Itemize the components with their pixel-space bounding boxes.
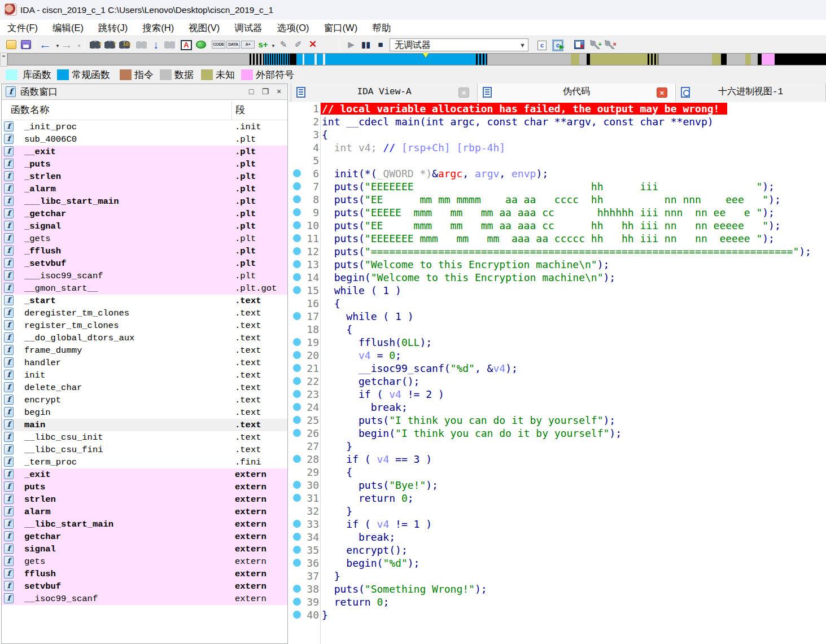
function-row-sub_4006C0[interactable]: fsub_4006C0.plt (2, 133, 287, 146)
function-segment[interactable]: .text (235, 394, 261, 406)
function-row-fflush[interactable]: ffflushextern (2, 568, 287, 580)
function-row-handler[interactable]: fhandler.text (2, 357, 287, 369)
code-line-1[interactable]: 1// local variable allocation has failed… (289, 102, 826, 115)
function-row-__exit[interactable]: f__exit.plt (2, 146, 287, 158)
jump-down-icon[interactable]: ↓ (149, 38, 163, 51)
navband-segment-22[interactable] (745, 54, 751, 65)
functions-column-headers[interactable]: 函数名称 段 (2, 100, 287, 120)
function-row-__libc_csu_fini[interactable]: f__libc_csu_fini.text (2, 444, 287, 456)
code-line-35[interactable]: 35 encrypt(); (289, 544, 826, 557)
navband-segment-3[interactable] (290, 54, 296, 65)
function-row-setvbuf[interactable]: fsetvbufextern (2, 580, 287, 593)
function-name[interactable]: delete_char (24, 382, 82, 394)
function-segment[interactable]: extern (235, 555, 266, 568)
code-line-25[interactable]: 25 puts("I think you can do it by yourse… (289, 414, 826, 427)
function-segment[interactable]: .plt.got (235, 282, 277, 295)
navigation-band[interactable]: ◂▸ (0, 52, 826, 67)
code-line-21[interactable]: 21 __isoc99_scanf("%d", &v4); (289, 362, 826, 375)
function-segment[interactable]: .text (235, 344, 261, 357)
function-name[interactable]: getchar (24, 531, 61, 543)
function-segment[interactable]: .plt (235, 208, 256, 220)
code-line-32[interactable]: 32 } (289, 505, 826, 518)
navband-strip[interactable] (7, 53, 826, 65)
function-row-deregister_tm_clones[interactable]: fderegister_tm_clones.text (2, 307, 287, 319)
function-row-__libc_start_main[interactable]: f__libc_start_mainextern (2, 518, 287, 531)
function-segment[interactable]: .text (235, 419, 261, 431)
navband-segment-11[interactable] (476, 54, 487, 65)
function-segment[interactable]: .text (235, 431, 261, 444)
navband-segment-17[interactable] (648, 54, 658, 65)
delete-function-icon[interactable]: ✕ (306, 38, 320, 51)
code-line-26[interactable]: 26 begin("I think you can do it by yours… (289, 427, 826, 440)
code-line-11[interactable]: 11 puts("EEEEEEE mmm mm mm aaa aa ccccc … (289, 232, 826, 245)
menu-item-1[interactable]: 编辑(E) (45, 20, 91, 36)
colors-icon[interactable] (194, 38, 208, 51)
function-row-frame_dummy[interactable]: fframe_dummy.text (2, 344, 287, 357)
navband-segment-6[interactable] (304, 54, 314, 65)
function-row-init[interactable]: finit.text (2, 369, 287, 382)
function-name[interactable]: ___isoc99_scanf (24, 270, 103, 282)
function-segment[interactable]: extern (235, 468, 266, 481)
edit-anchor-icon[interactable]: ✎ (277, 38, 290, 51)
function-name[interactable]: _puts (24, 158, 51, 170)
function-name[interactable]: register_tm_clones (24, 319, 119, 332)
navigate-back-icon[interactable]: ← (38, 38, 52, 51)
function-row-encrypt[interactable]: fencrypt.text (2, 394, 287, 406)
tab-pseudocode[interactable]: 伪代码× (478, 84, 676, 102)
code-line-36[interactable]: 36 begin("%d"); (289, 557, 826, 569)
function-name[interactable]: frame_dummy (24, 344, 82, 357)
tab-close-icon[interactable]: × (458, 87, 469, 98)
navband-segment-20[interactable] (721, 54, 727, 65)
function-name[interactable]: encrypt (24, 394, 61, 406)
function-row-gets[interactable]: fgetsextern (2, 555, 287, 568)
navband-segment-16[interactable] (590, 54, 648, 65)
function-row-__isoc99_scanf[interactable]: f__isoc99_scanfextern (2, 593, 287, 605)
function-name[interactable]: __isoc99_scanf (24, 593, 98, 605)
navigate-forward-icon[interactable]: → (60, 38, 73, 51)
function-name[interactable]: alarm (24, 506, 51, 518)
code-line-7[interactable]: 7 puts("EEEEEEE hh iii "); (289, 180, 826, 193)
code-line-15[interactable]: 15 while ( 1 ) (289, 284, 826, 297)
panel-restore-button[interactable]: ❐ (259, 84, 272, 99)
code-line-31[interactable]: 31 return 0; (289, 492, 826, 505)
remove-key-icon[interactable]: × (603, 38, 617, 51)
menu-item-4[interactable]: 视图(V) (181, 20, 227, 36)
tab-label[interactable]: IDA View-A (291, 84, 477, 101)
function-segment[interactable]: extern (235, 518, 266, 531)
code-line-8[interactable]: 8 puts("EE mm mm mmmm aa aa cccc hh nn n… (289, 193, 826, 206)
function-segment[interactable]: .init (235, 121, 261, 133)
function-row-___libc_start_main[interactable]: f___libc_start_main.plt (2, 195, 287, 208)
search-address-icon[interactable]: # (88, 38, 102, 51)
function-segment[interactable]: .plt (235, 245, 256, 257)
search-immediate-icon[interactable]: 101 (117, 38, 131, 51)
function-name[interactable]: __do_global_dtors_aux (24, 332, 134, 344)
navband-segment-12[interactable] (487, 54, 571, 65)
function-segment[interactable]: .plt (235, 183, 256, 195)
navband-segment-18[interactable] (658, 54, 712, 65)
column-separator[interactable] (231, 101, 232, 119)
function-name[interactable]: deregister_tm_clones (24, 307, 129, 319)
produce-c-icon[interactable]: c (535, 38, 549, 51)
function-name[interactable]: _init_proc (24, 121, 77, 133)
function-row-main[interactable]: fmain.text (2, 419, 287, 431)
function-name[interactable]: fflush (24, 568, 56, 580)
function-name[interactable]: sub_4006C0 (24, 133, 77, 146)
code-line-12[interactable]: 12 puts("===============================… (289, 245, 826, 258)
function-segment[interactable]: .plt (235, 146, 256, 158)
function-row-__gmon_start__[interactable]: f__gmon_start__.plt.got (2, 282, 287, 295)
function-name[interactable]: __libc_csu_init (24, 431, 103, 444)
code-line-10[interactable]: 10 puts("EE mmm mm mm aa aaa cc hh hh ii… (289, 219, 826, 232)
code-line-38[interactable]: 38 puts("Something Wrong!"); (289, 582, 826, 595)
function-row-strlen[interactable]: fstrlenextern (2, 493, 287, 506)
function-row-_gets[interactable]: f_gets.plt (2, 233, 287, 245)
code-line-34[interactable]: 34 break; (289, 531, 826, 544)
function-segment[interactable]: extern (235, 568, 266, 580)
function-segment[interactable]: .plt (235, 270, 256, 282)
function-row-getchar[interactable]: fgetcharextern (2, 531, 287, 543)
function-segment[interactable]: .text (235, 332, 261, 344)
code-line-24[interactable]: 24 break; (289, 401, 826, 414)
make-name-icon[interactable]: A+ (242, 38, 255, 51)
function-row-__libc_csu_init[interactable]: f__libc_csu_init.text (2, 431, 287, 444)
function-row-_getchar[interactable]: f_getchar.plt (2, 208, 287, 220)
menu-item-6[interactable]: 选项(O) (270, 20, 317, 36)
